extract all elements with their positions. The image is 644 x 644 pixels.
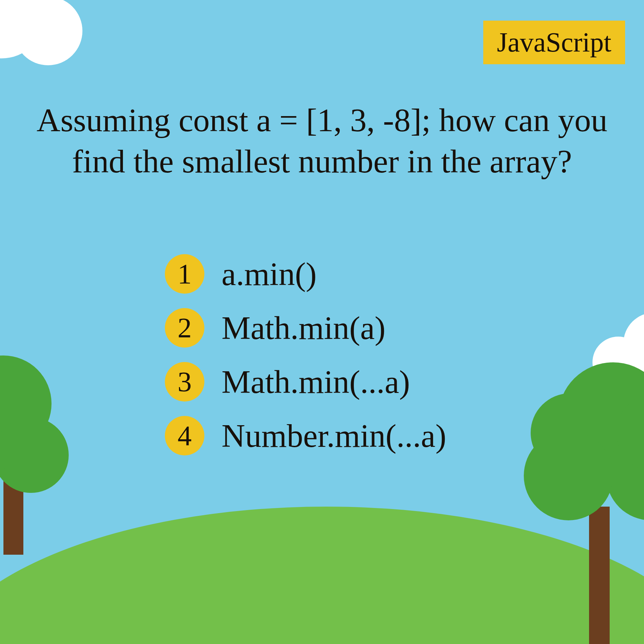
option-label: Number.min(...a) — [222, 417, 446, 455]
option-2[interactable]: 2 Math.min(a) — [165, 308, 446, 348]
option-label: a.min() — [222, 255, 317, 293]
option-number: 2 — [165, 308, 204, 348]
language-badge: JavaScript — [483, 21, 625, 64]
option-4[interactable]: 4 Number.min(...a) — [165, 416, 446, 455]
option-1[interactable]: 1 a.min() — [165, 254, 446, 294]
option-number: 3 — [165, 362, 204, 402]
option-label: Math.min(a) — [222, 309, 386, 347]
cloud-top-left — [0, 0, 103, 69]
options-list: 1 a.min() 2 Math.min(a) 3 Math.min(...a)… — [165, 254, 446, 455]
option-number: 4 — [165, 416, 204, 455]
option-label: Math.min(...a) — [222, 363, 410, 401]
option-3[interactable]: 3 Math.min(...a) — [165, 362, 446, 402]
question-text: Assuming const a = [1, 3, -8]; how can y… — [30, 100, 614, 182]
option-number: 1 — [165, 254, 204, 294]
